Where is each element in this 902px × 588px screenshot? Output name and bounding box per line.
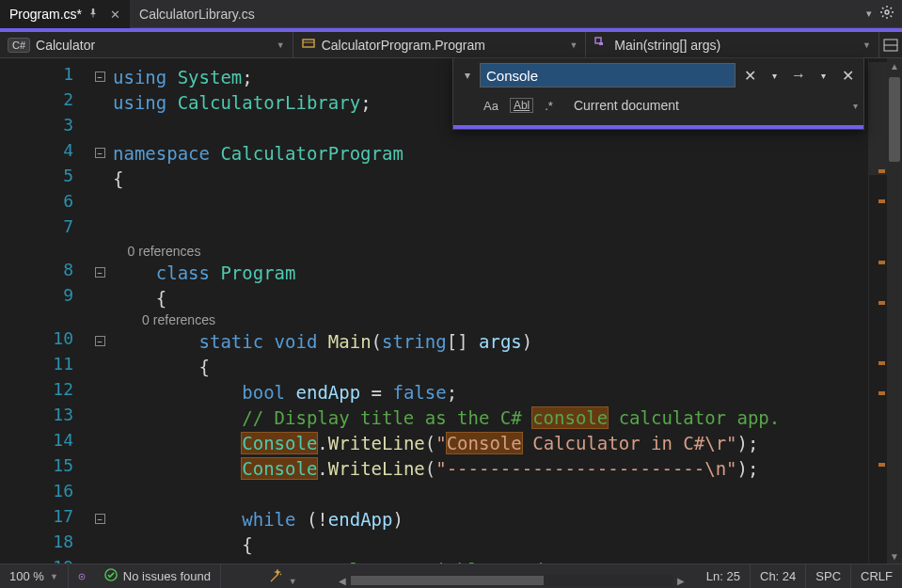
tabs-right-controls: ▾ xyxy=(866,5,902,24)
vertical-scrollbar[interactable]: ▲ ▼ xyxy=(887,58,902,564)
status-spacer: ▼ ◀ ▶ xyxy=(221,564,697,588)
svg-point-6 xyxy=(81,576,83,578)
regex-toggle[interactable]: .* xyxy=(541,97,557,115)
find-close-icon[interactable]: ✕ xyxy=(739,65,760,86)
issues-indicator[interactable]: No issues found xyxy=(95,564,221,588)
find-next-icon[interactable]: → xyxy=(788,65,809,86)
whole-word-toggle[interactable]: Abl xyxy=(510,98,533,113)
nav-class[interactable]: CalculatorProgram.Program ▼ xyxy=(293,32,587,57)
tabs-bar: Program.cs* ✕ CalculatorLibrary.cs ▾ xyxy=(0,0,902,28)
chevron-down-icon: ▼ xyxy=(569,40,578,50)
tab-calculator-library[interactable]: CalculatorLibrary.cs xyxy=(130,0,264,28)
cursor-col[interactable]: Ch: 24 xyxy=(751,564,806,588)
code-editor[interactable]: using System;using CalculatorLibrary;nam… xyxy=(113,58,868,564)
pin-icon[interactable] xyxy=(87,8,99,21)
fold-column: − − − − − xyxy=(87,58,113,564)
close-icon[interactable]: ✕ xyxy=(110,8,120,22)
fold-toggle[interactable]: − xyxy=(95,514,105,524)
scroll-right-icon[interactable]: ▶ xyxy=(673,576,689,586)
magic-wand-icon[interactable]: ▼ xyxy=(268,569,297,587)
zoom-level[interactable]: 100 % ▼ xyxy=(0,564,69,588)
method-icon xyxy=(593,36,609,54)
settings-icon[interactable] xyxy=(879,5,894,24)
nav-member[interactable]: Main(string[] args) ▼ xyxy=(586,32,879,57)
accent-line xyxy=(453,125,863,129)
editor-area: 1234 567 89 10111213141516171819 − − − −… xyxy=(0,58,902,564)
find-panel: ▾ ✕ ▾ → ▾ ✕ Aa Abl .* Current document ▾ xyxy=(452,58,864,130)
split-editor-button[interactable] xyxy=(879,38,902,53)
class-icon xyxy=(301,36,316,54)
intellicode-icon[interactable] xyxy=(69,564,95,588)
search-input[interactable] xyxy=(480,63,736,87)
fold-toggle[interactable]: − xyxy=(95,148,105,158)
fold-toggle[interactable]: − xyxy=(95,267,105,278)
svg-rect-1 xyxy=(303,40,314,47)
horizontal-scrollbar[interactable]: ◀ ▶ xyxy=(334,573,689,588)
minimap[interactable] xyxy=(868,58,887,564)
fold-toggle[interactable]: − xyxy=(95,336,105,346)
nav-project-label: Calculator xyxy=(36,38,95,53)
search-scope-dropdown[interactable]: Current document xyxy=(564,98,846,113)
tab-program-cs[interactable]: Program.cs* ✕ xyxy=(0,0,130,28)
check-icon xyxy=(104,568,118,584)
nav-bar: C# Calculator ▼ CalculatorProgram.Progra… xyxy=(0,32,902,58)
close-icon[interactable]: ✕ xyxy=(837,65,858,86)
scroll-down-icon[interactable]: ▼ xyxy=(887,548,902,564)
chevron-down-icon: ▼ xyxy=(862,40,871,50)
cursor-line[interactable]: Ln: 25 xyxy=(697,564,751,588)
fold-toggle[interactable]: − xyxy=(95,72,105,82)
chevron-down-icon: ▼ xyxy=(50,572,58,581)
tab-overflow-icon[interactable]: ▾ xyxy=(866,8,872,20)
tab-label: CalculatorLibrary.cs xyxy=(139,7,255,22)
nav-project[interactable]: C# Calculator ▼ xyxy=(0,32,293,57)
expand-replace-icon[interactable]: ▾ xyxy=(459,69,476,82)
status-bar: 100 % ▼ No issues found ▼ ◀ ▶ Ln: 25 Ch:… xyxy=(0,564,902,588)
search-scope-label: Current document xyxy=(574,98,679,113)
csharp-icon: C# xyxy=(8,38,30,53)
chevron-down-icon[interactable]: ▾ xyxy=(853,101,858,111)
line-number-gutter: 1234 567 89 10111213141516171819 xyxy=(0,58,87,564)
tab-label: Program.cs* xyxy=(9,7,82,22)
chevron-down-icon[interactable]: ▾ xyxy=(764,65,784,86)
scroll-thumb[interactable] xyxy=(889,77,900,162)
chevron-down-icon: ▼ xyxy=(277,40,285,50)
chevron-down-icon[interactable]: ▾ xyxy=(813,65,833,86)
line-ending[interactable]: CRLF xyxy=(851,564,902,588)
svg-rect-3 xyxy=(599,42,603,45)
match-case-toggle[interactable]: Aa xyxy=(480,97,502,115)
indent-mode[interactable]: SPC xyxy=(806,564,851,588)
scroll-left-icon[interactable]: ◀ xyxy=(334,576,351,586)
nav-member-label: Main(string[] args) xyxy=(614,38,720,53)
svg-point-0 xyxy=(885,10,889,14)
scroll-up-icon[interactable]: ▲ xyxy=(887,58,902,73)
nav-class-label: CalculatorProgram.Program xyxy=(322,38,485,53)
